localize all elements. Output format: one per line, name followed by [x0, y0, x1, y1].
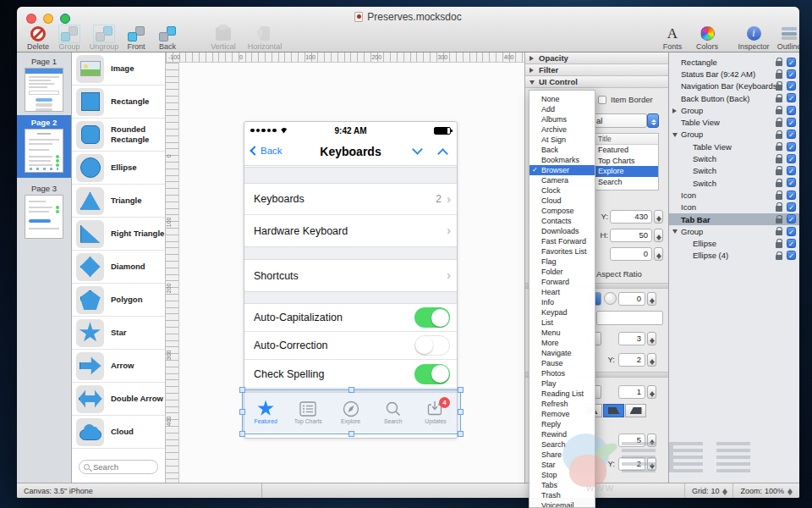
visibility-checkbox[interactable]: ✓: [787, 142, 796, 152]
menu-item[interactable]: ✓ More: [529, 338, 595, 348]
shape-library-item[interactable]: Double Arrow: [72, 383, 165, 416]
shadow-direction-center-button[interactable]: [603, 404, 624, 417]
visibility-checkbox[interactable]: ✓: [787, 251, 796, 260]
shape-library-item[interactable]: Star: [72, 317, 165, 350]
shadow-y-field[interactable]: 2: [618, 457, 645, 471]
fill-opacity-field[interactable]: 0: [618, 292, 645, 306]
visibility-checkbox[interactable]: ✓: [787, 93, 796, 102]
tab-explore[interactable]: Explore: [329, 393, 371, 432]
menu-item[interactable]: ✓ Pause: [529, 358, 595, 368]
toggle-switch-on[interactable]: [414, 307, 450, 328]
stepper[interactable]: [654, 247, 663, 261]
visibility-checkbox[interactable]: ✓: [787, 239, 796, 248]
menu-item[interactable]: ✓ Voicemail: [529, 500, 595, 508]
outline-row[interactable]: Group ✓: [669, 104, 799, 116]
mock-row-keyboards[interactable]: Keyboards 2 ›: [244, 184, 457, 215]
lock-icon[interactable]: [776, 85, 782, 91]
page-thumbnail[interactable]: [25, 68, 63, 112]
menu-item[interactable]: ✓ Photos: [529, 368, 595, 378]
gradient-bar[interactable]: [596, 311, 663, 325]
menu-item[interactable]: ✓ Forward: [529, 277, 595, 287]
menu-item[interactable]: ✓ Albums: [529, 114, 595, 124]
shape-library-item[interactable]: Polygon: [72, 284, 165, 317]
visibility-checkbox[interactable]: ✓: [787, 69, 796, 79]
search-input[interactable]: [93, 462, 147, 472]
menu-item[interactable]: ✓ Star: [529, 460, 595, 470]
border-y-field[interactable]: 2: [618, 353, 645, 367]
item-border-checkbox[interactable]: Item Border: [598, 95, 653, 104]
resize-handle[interactable]: [239, 431, 245, 437]
tab-top-charts[interactable]: Top Charts: [287, 393, 329, 432]
outline-row[interactable]: Switch ✓: [669, 177, 799, 189]
menu-item[interactable]: ✓ Bookmarks: [529, 155, 595, 165]
zoom-control[interactable]: Zoom: 100%: [732, 483, 794, 499]
horizontal-align-button[interactable]: Horizontal: [242, 25, 288, 51]
menu-item[interactable]: ✓ Rewind: [529, 429, 595, 439]
lock-icon[interactable]: [776, 169, 782, 175]
stepper[interactable]: [647, 457, 656, 471]
menu-item[interactable]: ✓ Fast Forward: [529, 236, 595, 246]
y-field[interactable]: 430: [610, 210, 652, 224]
toggle-switch-on[interactable]: [414, 364, 450, 384]
outline-row[interactable]: Ellipse ✓: [669, 237, 799, 249]
shadow-direction-right-button[interactable]: [625, 404, 646, 417]
tab-featured[interactable]: Featured: [244, 393, 287, 432]
lock-icon[interactable]: [776, 73, 782, 79]
lock-icon[interactable]: [776, 206, 782, 212]
visibility-checkbox[interactable]: ✓: [787, 106, 796, 115]
stepper[interactable]: [647, 292, 656, 306]
visibility-checkbox[interactable]: ✓: [787, 227, 796, 236]
shadow-blur-field[interactable]: 5: [618, 433, 645, 447]
opacity-knob[interactable]: [604, 292, 617, 305]
menu-item[interactable]: ✓ Compose: [529, 206, 595, 216]
menu-item[interactable]: ✓ Add: [529, 104, 595, 114]
lock-icon[interactable]: [776, 255, 782, 261]
mock-row-check-spelling[interactable]: Check Spelling: [244, 360, 457, 388]
border-width-field[interactable]: 3: [618, 332, 645, 345]
lock-icon[interactable]: [776, 157, 782, 163]
ungroup-button[interactable]: Ungroup: [85, 25, 123, 51]
front-button[interactable]: Front: [121, 25, 151, 51]
lock-icon[interactable]: [776, 194, 782, 200]
resize-handle[interactable]: [348, 431, 354, 437]
mock-row-shortcuts[interactable]: Shortcuts ›: [244, 260, 457, 291]
resize-handle[interactable]: [458, 409, 464, 415]
menu-item[interactable]: ✓ Play: [529, 378, 595, 389]
menu-item[interactable]: ✓ List: [529, 318, 595, 328]
visibility-checkbox[interactable]: ✓: [787, 154, 796, 163]
outline-row[interactable]: Group ✓: [669, 225, 799, 237]
shape-library-item[interactable]: Cloud: [72, 416, 165, 449]
lock-icon[interactable]: [776, 218, 782, 224]
visibility-checkbox[interactable]: ✓: [787, 202, 796, 212]
select-stepper-icon[interactable]: [647, 113, 659, 128]
lock-icon[interactable]: [776, 121, 782, 127]
menu-item[interactable]: ✓ At Sign: [529, 135, 595, 145]
shadow-spread-field[interactable]: 1: [618, 385, 645, 399]
stepper[interactable]: [654, 210, 663, 224]
outline-row[interactable]: Group ✓: [669, 129, 799, 141]
shape-library-item[interactable]: Arrow: [72, 350, 165, 383]
lock-icon[interactable]: [776, 230, 782, 236]
menu-item[interactable]: ✓ Search: [529, 439, 595, 450]
vertical-align-button[interactable]: Vertical: [205, 25, 242, 51]
lock-icon[interactable]: [776, 61, 782, 67]
outline-row[interactable]: Navigation Bar (Keyboards) ✓: [669, 80, 799, 92]
group-button[interactable]: Group: [54, 25, 85, 51]
stepper[interactable]: [654, 229, 663, 242]
stepper[interactable]: [647, 433, 656, 447]
lock-icon[interactable]: [776, 242, 782, 248]
outline-row[interactable]: Switch ✓: [669, 165, 799, 177]
rotation-field[interactable]: 0: [610, 247, 652, 261]
fonts-button[interactable]: A Fonts: [656, 25, 689, 51]
h-field[interactable]: 50: [610, 229, 652, 242]
inspector-section-header[interactable]: UI Control: [525, 76, 668, 88]
page-thumbnail[interactable]: [25, 129, 63, 173]
visibility-checkbox[interactable]: ✓: [787, 214, 796, 224]
outline-row[interactable]: Switch ✓: [669, 152, 799, 164]
menu-item[interactable]: ✓ Refresh: [529, 399, 595, 409]
shape-library-item[interactable]: Rectangle: [72, 86, 165, 119]
shape-library-item[interactable]: Image: [72, 52, 165, 86]
visibility-checkbox[interactable]: ✓: [787, 81, 796, 91]
stepper[interactable]: [647, 353, 656, 367]
page-thumbnail[interactable]: [25, 195, 63, 239]
